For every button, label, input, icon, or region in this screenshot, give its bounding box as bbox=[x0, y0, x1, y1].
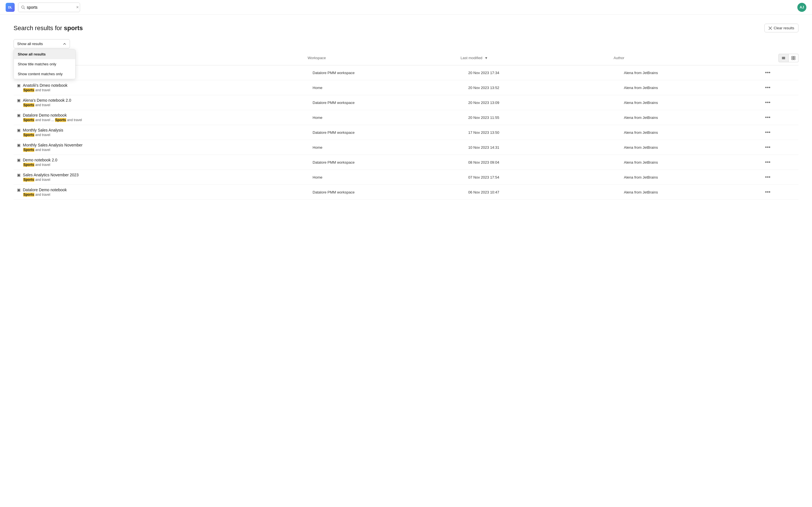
list-icon bbox=[781, 56, 786, 60]
modified-cell: 20 Nov 2023 11:55 bbox=[468, 115, 624, 120]
list-view-button[interactable] bbox=[778, 54, 789, 62]
author-cell: Alena from JetBrains bbox=[624, 160, 764, 165]
more-options-button[interactable]: ••• bbox=[764, 145, 772, 151]
topbar-left: DL × bbox=[6, 3, 80, 12]
svg-rect-8 bbox=[794, 56, 795, 58]
notebook-icon: ▣ bbox=[17, 143, 20, 147]
filter-option-content[interactable]: Show content matches only bbox=[14, 69, 75, 79]
main-content: Search results for sports Clear results … bbox=[0, 15, 812, 209]
grid-view-button[interactable] bbox=[789, 54, 799, 62]
clear-results-button[interactable]: Clear results bbox=[764, 24, 799, 33]
actions-cell: ••• bbox=[764, 100, 795, 106]
svg-rect-9 bbox=[792, 58, 793, 60]
avatar[interactable]: AJ bbox=[797, 3, 806, 12]
modified-cell: 20 Nov 2023 17:34 bbox=[468, 71, 624, 75]
table-row: ▣ Anatolii's Dmeo notebook Sports and tr… bbox=[13, 80, 799, 95]
table-row: ▣ Anatolii's Dmeo notebook Sports and tr… bbox=[13, 65, 799, 80]
filter-option-all[interactable]: Show all results bbox=[14, 49, 75, 59]
search-input[interactable] bbox=[27, 5, 76, 10]
more-options-button[interactable]: ••• bbox=[764, 189, 772, 195]
workspace-cell: Datalore PMM workspace bbox=[313, 101, 468, 105]
svg-line-1 bbox=[24, 8, 25, 9]
notebook-name: ▣ Datalore Demo notebook bbox=[17, 113, 313, 117]
svg-rect-10 bbox=[794, 58, 795, 60]
sort-arrow-icon: ▼ bbox=[485, 56, 488, 60]
snippet: Sports and travel bbox=[17, 88, 313, 92]
more-options-button[interactable]: ••• bbox=[764, 70, 772, 76]
modified-cell: 17 Nov 2023 13:50 bbox=[468, 130, 624, 135]
filter-dropdown-button[interactable]: Show all results bbox=[13, 39, 70, 48]
clear-search-button[interactable]: × bbox=[76, 5, 79, 10]
author-cell: Alena from JetBrains bbox=[624, 130, 764, 135]
snippet: Sports and travel bbox=[17, 163, 313, 167]
search-icon bbox=[21, 5, 25, 9]
snippet: Sports and travel bbox=[17, 178, 313, 182]
actions-cell: ••• bbox=[764, 70, 795, 76]
col-header-modified[interactable]: Last modified ▼ bbox=[457, 53, 610, 63]
notebook-name: ▣ Alena's Demo notebook 2.0 bbox=[17, 98, 313, 103]
more-options-button[interactable]: ••• bbox=[764, 174, 772, 180]
modified-cell: 20 Nov 2023 13:52 bbox=[468, 86, 624, 90]
notebook-name: ▣ Monthly Sales Analysis November bbox=[17, 143, 313, 147]
notebook-name: ▣ Datalore Demo notebook bbox=[17, 187, 313, 192]
snippet: Sports and travel bbox=[17, 193, 313, 196]
modified-cell: 20 Nov 2023 13:09 bbox=[468, 101, 624, 105]
page-header: Search results for sports Clear results bbox=[13, 24, 799, 33]
table-row: ▣ Datalore Demo notebook Sports and trav… bbox=[13, 185, 799, 200]
notebook-icon: ▣ bbox=[17, 98, 20, 103]
table-columns: Name Workspace Last modified ▼ Author bbox=[13, 53, 778, 63]
workspace-cell: Home bbox=[313, 145, 468, 150]
snippet: Sports and travel bbox=[17, 103, 313, 107]
actions-cell: ••• bbox=[764, 174, 795, 180]
notebook-icon: ▣ bbox=[17, 128, 20, 132]
table-header-row: Name Workspace Last modified ▼ Author bbox=[13, 53, 799, 65]
notebook-name: ▣ Sales Analytics November 2023 bbox=[17, 173, 313, 177]
snippet: Sports and travel ... Sports and travel bbox=[17, 118, 313, 122]
workspace-cell: Home bbox=[313, 86, 468, 90]
snippet: Sports and travel bbox=[17, 148, 313, 152]
workspace-cell: Datalore PMM workspace bbox=[313, 71, 468, 75]
chevron-up-icon bbox=[63, 42, 66, 46]
close-icon bbox=[769, 26, 772, 30]
author-cell: Alena from JetBrains bbox=[624, 175, 764, 179]
actions-cell: ••• bbox=[764, 115, 795, 121]
modified-cell: 08 Nov 2023 09:04 bbox=[468, 160, 624, 165]
search-bar: × bbox=[18, 3, 80, 12]
notebook-icon: ▣ bbox=[17, 173, 20, 177]
workspace-cell: Home bbox=[313, 115, 468, 120]
author-cell: Alena from JetBrains bbox=[624, 190, 764, 194]
more-options-button[interactable]: ••• bbox=[764, 159, 772, 165]
author-cell: Alena from JetBrains bbox=[624, 71, 764, 75]
more-options-button[interactable]: ••• bbox=[764, 115, 772, 121]
table-row: ▣ Monthly Sales Analysis Sports and trav… bbox=[13, 125, 799, 140]
modified-cell: 10 Nov 2023 14:31 bbox=[468, 145, 624, 150]
col-header-author: Author bbox=[610, 53, 748, 63]
notebook-icon: ▣ bbox=[17, 158, 20, 162]
notebook-icon: ▣ bbox=[17, 187, 20, 192]
notebook-icon: ▣ bbox=[17, 83, 20, 88]
filter-dropdown-menu: Show all results Show title matches only… bbox=[13, 49, 75, 79]
table-row: ▣ Alena's Demo notebook 2.0 Sports and t… bbox=[13, 95, 799, 110]
more-options-button[interactable]: ••• bbox=[764, 100, 772, 106]
actions-cell: ••• bbox=[764, 145, 795, 151]
actions-cell: ••• bbox=[764, 159, 795, 165]
svg-rect-7 bbox=[792, 56, 793, 58]
author-cell: Alena from JetBrains bbox=[624, 115, 764, 120]
topbar: DL × AJ bbox=[0, 0, 812, 15]
workspace-cell: Home bbox=[313, 175, 468, 179]
filter-section: Show all results Show all results Show t… bbox=[13, 39, 799, 48]
grid-icon bbox=[791, 56, 796, 60]
col-header-workspace: Workspace bbox=[304, 53, 457, 63]
author-cell: Alena from JetBrains bbox=[624, 101, 764, 105]
author-cell: Alena from JetBrains bbox=[624, 145, 764, 150]
workspace-cell: Datalore PMM workspace bbox=[313, 160, 468, 165]
workspace-cell: Datalore PMM workspace bbox=[313, 130, 468, 135]
table-row: ▣ Demo notebook 2.0 Sports and travel Da… bbox=[13, 155, 799, 170]
actions-cell: ••• bbox=[764, 129, 795, 135]
more-options-button[interactable]: ••• bbox=[764, 129, 772, 135]
filter-option-title[interactable]: Show title matches only bbox=[14, 59, 75, 69]
more-options-button[interactable]: ••• bbox=[764, 85, 772, 91]
modified-cell: 06 Nov 2023 10:47 bbox=[468, 190, 624, 194]
notebook-name: ▣ Monthly Sales Analysis bbox=[17, 128, 313, 132]
table-row: ▣ Sales Analytics November 2023 Sports a… bbox=[13, 170, 799, 185]
